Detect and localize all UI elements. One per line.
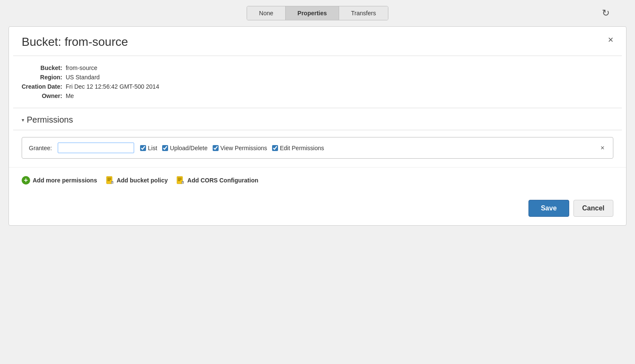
permissions-section-header[interactable]: ▾ Permissions: [9, 108, 626, 130]
tab-transfers[interactable]: Transfers: [339, 6, 388, 20]
action-buttons: + Add more permissions Add bucket policy: [9, 167, 626, 193]
refresh-icon[interactable]: ↻: [602, 8, 610, 19]
cancel-button[interactable]: Cancel: [573, 200, 613, 217]
add-cors-button[interactable]: Add CORS Configuration: [176, 174, 258, 186]
checkbox-list-label: List: [148, 145, 157, 151]
add-bucket-policy-label: Add bucket policy: [117, 177, 168, 184]
permissions-collapse-icon: ▾: [22, 117, 24, 123]
bucket-policy-icon: [106, 176, 114, 185]
svg-rect-2: [107, 179, 111, 180]
checkbox-edit-permissions-input[interactable]: [272, 145, 278, 151]
checkbox-upload-delete-input[interactable]: [162, 145, 168, 151]
checkbox-upload-delete[interactable]: Upload/Delete: [162, 145, 208, 151]
grantee-input[interactable]: [58, 143, 134, 153]
add-cors-label: Add CORS Configuration: [187, 177, 258, 184]
creation-date-label: Creation Date:: [22, 83, 62, 90]
bucket-label: Bucket:: [22, 64, 62, 71]
checkbox-list[interactable]: List: [140, 145, 157, 151]
grantee-label: Grantee:: [29, 145, 52, 151]
checkbox-upload-delete-label: Upload/Delete: [170, 145, 208, 151]
checkbox-view-permissions[interactable]: View Permissions: [213, 145, 267, 151]
svg-rect-12: [182, 182, 183, 182]
bucket-value: from-source: [66, 64, 159, 71]
svg-rect-13: [182, 183, 183, 183]
top-bar: None Properties Transfers ↻: [0, 0, 635, 26]
checkbox-view-permissions-label: View Permissions: [220, 145, 267, 151]
region-value: US Standard: [66, 74, 159, 81]
remove-permission-button[interactable]: ×: [599, 144, 606, 152]
add-bucket-policy-button[interactable]: Add bucket policy: [106, 174, 168, 186]
permissions-body: Grantee: List Upload/Delete View Permiss…: [9, 130, 626, 167]
region-label: Region:: [22, 74, 62, 81]
permission-row: Grantee: List Upload/Delete View Permiss…: [22, 137, 613, 159]
cors-icon: [176, 176, 185, 185]
dialog-close-button[interactable]: ×: [608, 35, 613, 45]
permissions-section-title: Permissions: [27, 115, 73, 125]
checkbox-view-permissions-input[interactable]: [213, 145, 219, 151]
svg-rect-6: [112, 183, 113, 183]
svg-rect-3: [107, 180, 110, 181]
tab-group: None Properties Transfers: [247, 6, 388, 20]
svg-rect-1: [107, 178, 111, 179]
svg-rect-10: [178, 180, 180, 181]
svg-rect-9: [178, 179, 182, 180]
dialog-title: Bucket: from-source: [22, 35, 128, 49]
checkbox-list-input[interactable]: [140, 145, 146, 151]
svg-rect-8: [178, 178, 182, 179]
svg-rect-5: [112, 182, 113, 182]
checkbox-group: List Upload/Delete View Permissions Edit…: [140, 145, 593, 151]
checkbox-edit-permissions[interactable]: Edit Permissions: [272, 145, 324, 151]
tab-none[interactable]: None: [247, 6, 285, 20]
dialog-header: Bucket: from-source ×: [9, 27, 626, 56]
bucket-dialog: Bucket: from-source × Bucket: from-sourc…: [8, 26, 627, 226]
dialog-footer: Save Cancel: [9, 193, 626, 225]
add-more-permissions-label: Add more permissions: [33, 177, 97, 184]
tab-properties[interactable]: Properties: [286, 6, 339, 20]
owner-label: Owner:: [22, 92, 62, 99]
bucket-info: Bucket: from-source Region: US Standard …: [9, 56, 626, 108]
save-button[interactable]: Save: [528, 200, 569, 217]
add-permissions-icon: +: [22, 176, 30, 185]
owner-value: Me: [66, 92, 159, 99]
checkbox-edit-permissions-label: Edit Permissions: [280, 145, 324, 151]
add-more-permissions-button[interactable]: + Add more permissions: [22, 174, 97, 186]
creation-date-value: Fri Dec 12 12:56:42 GMT-500 2014: [66, 83, 159, 90]
